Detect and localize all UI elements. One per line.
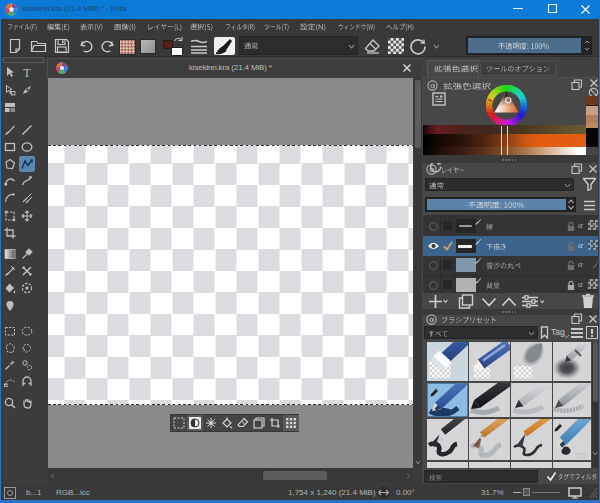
svg-text:T: T [23, 66, 31, 78]
